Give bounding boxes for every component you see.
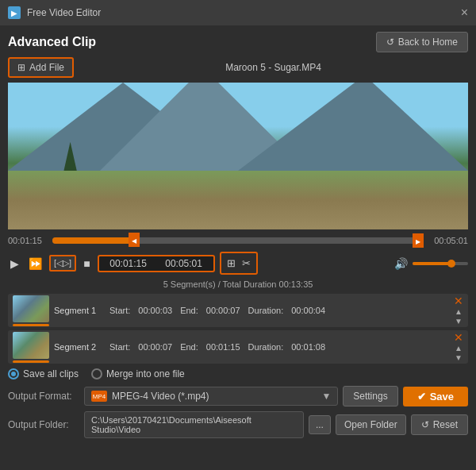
ground [8,171,468,229]
header-row: Advanced Clip ↺ Back to Home [8,32,468,52]
loop-button[interactable]: [◁▷] [49,255,76,272]
add-file-label: Add File [29,62,64,73]
segment-2-actions: ✕ ▲ ▼ [454,332,463,362]
format-select[interactable]: MP4 MPEG-4 Video (*.mp4) ▼ [84,387,338,406]
format-icon-text: MP4 [93,393,106,400]
segment-1-up-button[interactable]: ▲ [454,308,463,316]
format-value: MPEG-4 Video (*.mp4) [112,391,209,402]
save-all-option[interactable]: Save all clips [8,368,79,379]
mountain-right [238,83,468,171]
segment-1-thumbnail [13,295,49,322]
app-icon: ▶ [8,6,21,19]
cut-buttons: ⊞ ✂ [220,252,258,275]
volume-handle[interactable] [447,260,455,268]
segment-1-end-label: End: [180,306,198,315]
back-to-home-button[interactable]: ↺ Back to Home [376,32,468,52]
reset-button[interactable]: ↺ Reset [411,414,468,435]
video-thumbnail [8,83,468,229]
volume-slider[interactable] [413,262,468,265]
timeline-left-bracket[interactable]: ◀ [129,233,140,247]
merge-label: Merge into one file [106,368,185,379]
segment-1-close-button[interactable]: ✕ [454,295,463,306]
timeline-range [52,237,134,244]
segment-2-down-button[interactable]: ▼ [454,354,463,362]
volume-filled [413,262,451,265]
segment-2-duration: 00:01:08 [291,342,325,352]
format-icon: MP4 [91,391,107,402]
save-button[interactable]: ✔ Save [403,387,468,406]
duration-info: 5 Segment(s) / Total Duration 00:13:35 [8,279,468,289]
save-merge-row: Save all clips Merge into one file [8,368,468,379]
add-file-button[interactable]: ⊞ Add File [8,57,74,78]
segment-2-thumbnail [13,332,49,359]
title-bar: ▶ Free Video Editor × [0,0,476,25]
segment-1-name: Segment 1 [54,306,102,315]
video-preview [8,83,468,229]
timeline-track-container[interactable]: ◀ ▶ [52,237,424,244]
stop-button[interactable]: ■ [81,255,92,272]
segment-1-info: Segment 1 Start: 00:00:03 End: 00:00:07 … [54,306,449,315]
cut-button[interactable]: ⊞ [225,255,238,272]
time-from-input[interactable] [104,258,153,269]
save-check-icon: ✔ [417,391,426,403]
segment-1-thumb-wrapper [13,295,49,326]
open-folder-button[interactable]: Open Folder [336,414,406,435]
segment-1-progress [13,324,49,326]
segment-2-end-label: End: [180,342,198,352]
segment-2-start: 00:00:07 [138,342,172,352]
reset-icon: ↺ [421,419,429,430]
time-to-input[interactable] [159,258,209,269]
save-all-radio[interactable] [8,368,19,379]
output-format-row: Output Format: MP4 MPEG-4 Video (*.mp4) … [8,384,468,408]
segment-1-down-button[interactable]: ▼ [454,318,463,326]
segment-1-start-label: Start: [109,306,130,315]
segment-2-close-button[interactable]: ✕ [454,332,463,343]
filename-label: Maroon 5 - Sugar.MP4 [79,62,468,73]
save-all-label: Save all clips [23,368,79,379]
folder-path: C:\Users\20170421\Documents\Aiseesoft St… [84,411,304,438]
segment-2-end: 00:01:15 [206,342,240,352]
segments-container: Segment 1 Start: 00:00:03 End: 00:00:07 … [8,294,468,364]
chevron-down-icon: ▼ [321,391,331,402]
reset-label: Reset [433,419,458,430]
time-inputs [98,255,215,272]
segment-2-name: Segment 2 [54,342,102,352]
segment-1-start: 00:00:03 [138,306,172,315]
segment-row: Segment 1 Start: 00:00:03 End: 00:00:07 … [8,294,468,327]
merge-radio[interactable] [91,368,102,379]
play-button[interactable]: ▶ [8,255,21,272]
format-label: Output Format: [8,391,79,402]
browse-button[interactable]: ... [309,415,331,434]
back-icon: ↺ [386,37,394,48]
save-label: Save [430,391,454,403]
segment-2-duration-label: Duration: [248,342,284,352]
add-file-icon: ⊞ [17,62,25,73]
segment-2-start-label: Start: [109,342,130,352]
volume-icon: 🔊 [394,257,408,270]
app-title: Free Video Editor [27,7,101,18]
output-folder-row: Output Folder: C:\Users\20170421\Documen… [8,413,468,437]
timeline-start-time: 00:01:15 [8,236,48,245]
timeline-right-bracket[interactable]: ▶ [413,233,424,248]
controls-row: ▶ ⏩ [◁▷] ■ ⊞ ✂ 🔊 [8,252,468,275]
title-bar-left: ▶ Free Video Editor [8,6,101,19]
back-btn-label: Back to Home [398,37,458,48]
segment-2-progress [13,360,49,363]
timeline-end-time: 00:05:01 [428,236,468,245]
timeline-row: 00:01:15 ◀ ▶ 00:05:01 [8,234,468,247]
merge-option[interactable]: Merge into one file [91,368,185,379]
segment-1-duration: 00:00:04 [291,306,325,315]
segment-2-up-button[interactable]: ▲ [454,345,463,352]
page-title: Advanced Clip [8,35,96,49]
main-content: Advanced Clip ↺ Back to Home ⊞ Add File … [0,25,476,470]
close-button[interactable]: × [461,6,468,19]
segment-1-actions: ✕ ▲ ▼ [454,295,463,326]
fast-forward-button[interactable]: ⏩ [26,255,44,272]
scissors-button[interactable]: ✂ [240,255,253,272]
segment-2-info: Segment 2 Start: 00:00:07 End: 00:01:15 … [54,342,449,352]
timeline-track[interactable]: ▶ [52,237,424,244]
segment-2-thumb-wrapper [13,332,49,363]
folder-label: Output Folder: [8,419,79,430]
segment-2-row: Segment 2 Start: 00:00:07 End: 00:01:15 … [8,330,468,364]
settings-button[interactable]: Settings [343,386,397,406]
